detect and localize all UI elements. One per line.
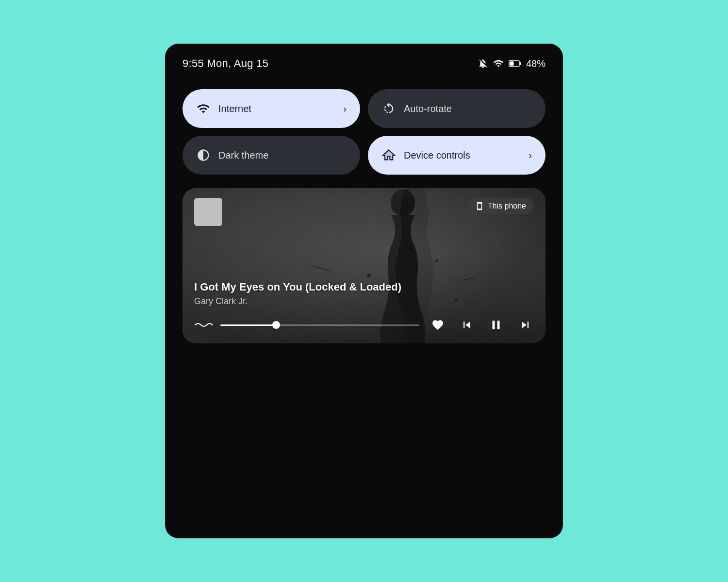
media-player: This phone I Got My Eyes on You (Locked … [182, 188, 546, 343]
auto-rotate-label: Auto-rotate [404, 103, 532, 114]
home-icon [381, 148, 396, 162]
media-song-title: I Got My Eyes on You (Locked & Loaded) [194, 281, 534, 293]
battery-percentage: 48% [526, 58, 546, 69]
pause-button[interactable] [487, 316, 505, 334]
skip-previous-button[interactable] [458, 316, 476, 334]
rotate-icon [381, 101, 396, 116]
media-buttons [429, 316, 534, 334]
internet-chevron: › [343, 103, 347, 114]
dark-theme-icon [196, 148, 211, 162]
media-device-badge[interactable]: This phone [467, 198, 534, 214]
dark-theme-label: Dark theme [218, 150, 347, 161]
media-top-row: This phone [194, 198, 534, 226]
media-controls [194, 310, 534, 334]
progress-fill [220, 324, 276, 326]
skip-next-button[interactable] [516, 316, 534, 334]
dark-theme-tile[interactable]: Dark theme [182, 136, 360, 175]
svg-rect-1 [519, 62, 521, 65]
progress-squiggle-icon [194, 320, 218, 330]
device-controls-chevron: › [529, 150, 532, 161]
media-artist: Gary Clark Jr. [194, 296, 534, 307]
quick-settings-grid: Internet › Auto-rotate Dark theme [165, 78, 563, 184]
progress-track[interactable] [220, 324, 419, 326]
device-controls-tile[interactable]: Device controls › [368, 136, 546, 175]
phone-frame: 9:55 Mon, Aug 15 48% [165, 44, 563, 538]
svg-rect-2 [509, 62, 513, 66]
internet-label: Internet [218, 103, 335, 114]
media-content: This phone I Got My Eyes on You (Locked … [182, 188, 546, 343]
progress-thumb [272, 321, 280, 329]
status-time-date: 9:55 Mon, Aug 15 [182, 57, 268, 70]
phone-small-icon [475, 202, 484, 210]
mute-icon [478, 58, 488, 69]
wifi-icon [196, 101, 211, 116]
internet-tile[interactable]: Internet › [182, 89, 360, 128]
device-controls-label: Device controls [404, 150, 521, 161]
battery-icon [509, 58, 521, 69]
media-info: I Got My Eyes on You (Locked & Loaded) G… [194, 226, 534, 310]
device-badge-label: This phone [488, 202, 526, 210]
status-bar: 9:55 Mon, Aug 15 48% [165, 44, 563, 78]
auto-rotate-tile[interactable]: Auto-rotate [368, 89, 546, 128]
like-button[interactable] [429, 316, 447, 334]
media-album-art [194, 198, 222, 226]
media-progress[interactable] [194, 320, 419, 330]
wifi-status-icon [493, 58, 504, 69]
status-icons: 48% [478, 58, 546, 69]
